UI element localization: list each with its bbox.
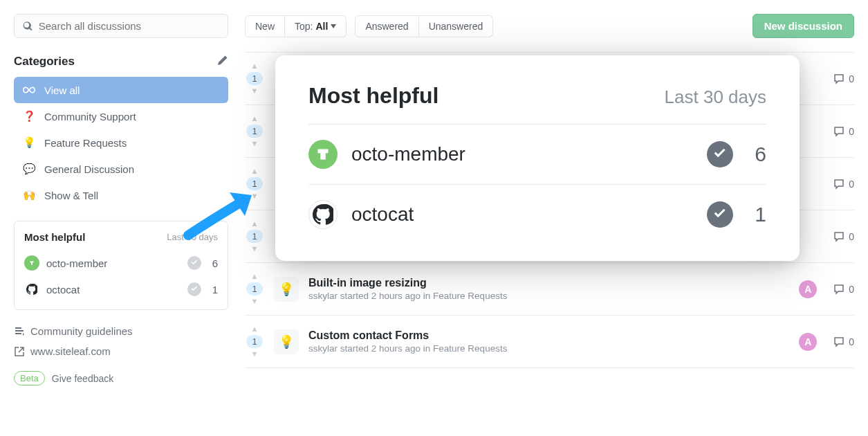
- filter-unanswered-button[interactable]: Unanswered: [419, 15, 494, 37]
- overlay-title: Most helpful: [308, 83, 438, 109]
- search-icon: [23, 21, 33, 32]
- categories-heading: Categories: [14, 55, 75, 69]
- edit-categories-icon[interactable]: [217, 55, 228, 69]
- discussion-meta: sskylar started 2 hours ago in Feature R…: [308, 343, 789, 354]
- sort-top-button[interactable]: Top: All: [285, 15, 347, 37]
- comment-icon: [833, 231, 844, 242]
- overlay-count: 1: [747, 203, 766, 226]
- comment-count[interactable]: 0: [833, 179, 854, 190]
- search-input[interactable]: [39, 20, 219, 32]
- overlay-name: octocat: [351, 203, 693, 226]
- search-input-wrapper[interactable]: [14, 14, 228, 38]
- comment-count[interactable]: 0: [833, 73, 854, 84]
- callout-arrow-icon: [181, 180, 264, 249]
- comment-icon: [833, 179, 844, 190]
- discussion-title: Custom contact Forms: [308, 329, 789, 342]
- category-label: General Discussion: [44, 163, 134, 175]
- bulb-icon: 💡: [22, 136, 36, 149]
- helpful-name: octocat: [46, 284, 181, 296]
- category-view-all[interactable]: View all: [14, 77, 228, 103]
- discussion-body: Built-in image resizing sskylar started …: [308, 277, 789, 301]
- sort-button-group: New Top: All: [245, 15, 347, 37]
- category-general-discussion[interactable]: 💬 General Discussion: [14, 156, 228, 182]
- beta-badge: Beta: [14, 371, 45, 385]
- check-icon: [707, 201, 733, 228]
- overlay-row[interactable]: octo-member 6: [308, 125, 766, 185]
- link-label: Community guidelines: [30, 325, 133, 337]
- comment-count[interactable]: 0: [833, 126, 854, 137]
- upvote-icon[interactable]: ▲: [251, 167, 259, 175]
- overlay-count: 6: [747, 143, 766, 166]
- helpful-count: 6: [208, 257, 218, 269]
- external-site-link[interactable]: www.siteleaf.com: [14, 341, 228, 361]
- filter-answered-button[interactable]: Answered: [355, 15, 418, 37]
- bulb-icon: 💡: [274, 277, 299, 302]
- check-icon: [187, 256, 201, 270]
- comment-icon: [833, 336, 844, 347]
- category-label: Feature Requests: [44, 137, 127, 149]
- discussion-body: Custom contact Forms sskylar started 2 h…: [308, 329, 789, 354]
- avatar-icon: [308, 200, 338, 229]
- hands-icon: 🙌: [22, 189, 36, 201]
- overlay-row[interactable]: octocat 1: [308, 185, 766, 233]
- comment-icon: [833, 126, 844, 137]
- community-guidelines-link[interactable]: Community guidelines: [14, 321, 228, 341]
- chat-icon: 💬: [22, 163, 36, 175]
- vote-column: ▲ 1 ▼: [245, 325, 264, 358]
- question-icon: ❓: [22, 110, 36, 122]
- discussion-row[interactable]: ▲ 1 ▼ 💡 Built-in image resizing sskylar …: [245, 263, 854, 316]
- vote-column: ▲ 1 ▼: [245, 62, 264, 95]
- upvote-icon[interactable]: ▲: [251, 325, 259, 333]
- overlay-name: octo-member: [351, 143, 693, 165]
- comment-count[interactable]: 0: [833, 231, 854, 242]
- comment-count[interactable]: 0: [833, 336, 854, 347]
- downvote-icon[interactable]: ▼: [251, 350, 259, 358]
- author-avatar[interactable]: A: [799, 280, 817, 298]
- helpful-row[interactable]: octo-member 6: [24, 250, 218, 276]
- category-feature-requests[interactable]: 💡 Feature Requests: [14, 129, 228, 156]
- helpful-name: octo-member: [46, 257, 181, 269]
- vote-column: ▲ 1 ▼: [245, 273, 264, 305]
- category-label: Community Support: [44, 111, 136, 122]
- helpful-row[interactable]: octocat 1: [24, 276, 218, 302]
- comment-icon: [833, 73, 844, 84]
- discussion-row[interactable]: ▲ 1 ▼ 💡 Custom contact Forms sskylar sta…: [245, 316, 854, 368]
- filter-button-group: Answered Unanswered: [355, 15, 493, 37]
- bulb-icon: 💡: [274, 329, 299, 354]
- helpful-count: 1: [208, 284, 218, 296]
- guidelines-icon: [14, 326, 25, 337]
- feedback-row[interactable]: Beta Give feedback: [14, 371, 228, 385]
- comment-count[interactable]: 0: [833, 284, 854, 295]
- downvote-icon[interactable]: ▼: [251, 298, 259, 305]
- vote-column: ▲ 1 ▼: [245, 115, 264, 147]
- vote-count: 1: [246, 282, 262, 296]
- author-avatar[interactable]: A: [799, 333, 817, 351]
- feedback-label: Give feedback: [52, 373, 114, 384]
- chevron-down-icon: [331, 24, 336, 28]
- vote-count: 1: [246, 335, 262, 348]
- check-icon: [707, 141, 733, 167]
- top-value: All: [315, 21, 328, 32]
- sort-new-button[interactable]: New: [245, 15, 285, 37]
- link-label: www.siteleaf.com: [30, 345, 111, 357]
- upvote-icon[interactable]: ▲: [251, 62, 259, 70]
- category-label: View all: [44, 84, 80, 96]
- downvote-icon[interactable]: ▼: [251, 87, 259, 95]
- external-link-icon: [14, 346, 25, 357]
- avatar-icon: [24, 282, 39, 297]
- check-icon: [187, 282, 201, 296]
- category-community-support[interactable]: ❓ Community Support: [14, 103, 228, 129]
- discussion-meta: sskylar started 2 hours ago in Feature R…: [308, 291, 789, 301]
- upvote-icon[interactable]: ▲: [251, 115, 259, 122]
- avatar-icon: [24, 255, 39, 271]
- vote-count: 1: [246, 125, 262, 138]
- avatar-icon: [308, 140, 338, 169]
- category-label: Show & Tell: [44, 190, 98, 201]
- vote-count: 1: [246, 72, 262, 85]
- infinity-icon: [22, 84, 36, 96]
- new-discussion-button[interactable]: New discussion: [752, 14, 854, 38]
- comment-icon: [833, 284, 844, 295]
- downvote-icon[interactable]: ▼: [251, 140, 259, 147]
- discussion-title: Built-in image resizing: [308, 277, 789, 289]
- upvote-icon[interactable]: ▲: [251, 273, 259, 280]
